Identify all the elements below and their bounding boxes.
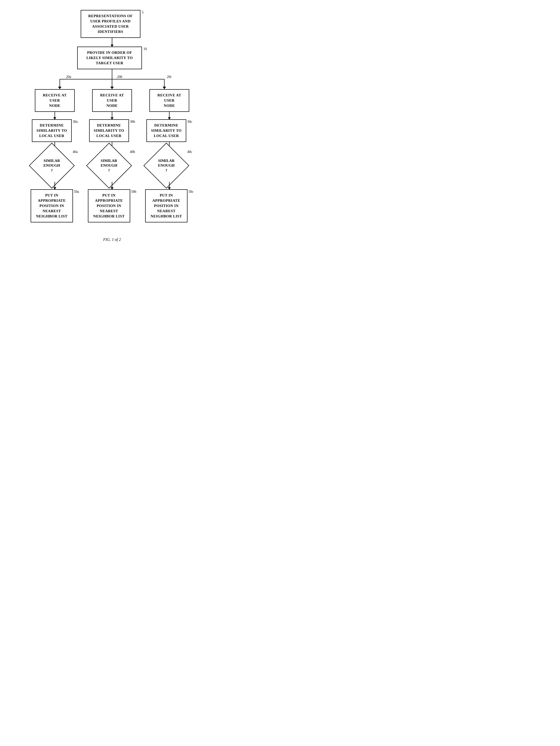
node-50c: PUT IN APPROPRIATE POSITION IN NEAREST N… — [145, 189, 187, 223]
node-40b: SIMILAR ENOUGH ? — [89, 149, 129, 182]
node-5: REPRESENTATIONS OF USER PROFILES AND ASS… — [81, 10, 141, 38]
svg-marker-3 — [58, 87, 61, 89]
node-50a: PUT IN APPROPRIATE POSITION IN NEAREST N… — [31, 189, 73, 223]
svg-marker-7 — [163, 87, 166, 89]
ref-5: 5 — [142, 10, 144, 15]
ref-40c: 40c — [187, 150, 192, 154]
ref-30a: 30a — [73, 120, 78, 124]
ref-50a: 50a — [74, 190, 79, 194]
arrow-40b-50b — [112, 182, 112, 189]
node-30a: DETERMINE SIMILARITY TO LOCAL USER — [32, 119, 72, 142]
node-10: PROVIDE IN ORDER OF LIKELY SIMILARITY TO… — [77, 47, 142, 69]
node-50b: PUT IN APPROPRIATE POSITION IN NEAREST N… — [88, 189, 130, 223]
svg-text:20a: 20a — [66, 75, 71, 79]
figure-caption: FIG. 1 of 2 — [103, 237, 121, 242]
node-40a: SIMILAR ENOUGH ? — [32, 149, 72, 182]
node-20b: RECEIVE AT USER NODE — [92, 89, 132, 112]
arrow-20c-30c — [169, 112, 170, 119]
ref-50c: 50c — [188, 190, 194, 194]
ref-50b: 50b — [131, 190, 137, 194]
col-right: RECEIVE AT USER NODE DETERMINE SIMILARIT… — [142, 89, 197, 223]
arrow-20b-30b — [112, 112, 112, 119]
col-mid: RECEIVE AT USER NODE DETERMINE SIMILARIT… — [82, 89, 142, 223]
svg-marker-5 — [110, 87, 114, 89]
arrow-5-to-10 — [112, 38, 112, 47]
svg-text:20b: 20b — [117, 75, 122, 79]
arrow-20a-30a — [55, 112, 55, 119]
node-40c: SIMILAR ENOUGH ? — [146, 149, 186, 182]
node-20a: RECEIVE AT USER NODE — [35, 89, 75, 112]
branch-svg: 20a 20b 20c — [27, 69, 197, 89]
ref-30b: 30b — [130, 120, 135, 124]
ref-10: 10 — [143, 47, 147, 51]
ref-40b: 40b — [130, 150, 135, 154]
ref-40a: 40a — [73, 150, 78, 154]
node-30c: DETERMINE SIMILARITY TO LOCAL USER — [146, 119, 186, 142]
svg-text:20c: 20c — [167, 75, 172, 79]
node-20c: RECEIVE AT USER NODE — [149, 89, 189, 112]
node-30b: DETERMINE SIMILARITY TO LOCAL USER — [89, 119, 129, 142]
ref-30c: 30c — [187, 120, 192, 124]
arrow-40c-50c — [169, 182, 170, 189]
flowchart: REPRESENTATIONS OF USER PROFILES AND ASS… — [5, 10, 219, 242]
col-left: RECEIVE AT USER NODE DETERMINE SIMILARIT… — [27, 89, 82, 223]
arrow-40a-50a — [55, 182, 55, 189]
